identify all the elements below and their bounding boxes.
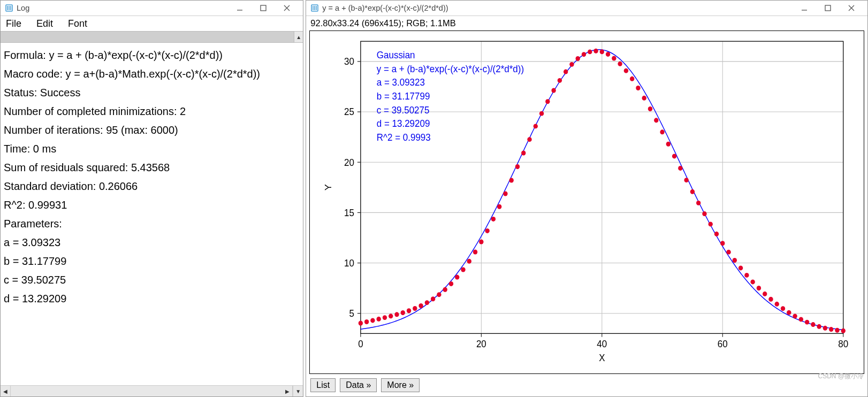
svg-point-59	[473, 249, 477, 254]
menu-file[interactable]: File	[4, 17, 24, 30]
svg-point-110	[781, 306, 785, 311]
svg-point-97	[703, 211, 707, 216]
svg-text:X: X	[599, 352, 605, 363]
log-line: b = 31.17799	[4, 252, 300, 271]
svg-text:5: 5	[349, 308, 355, 319]
svg-point-109	[775, 302, 779, 307]
svg-point-72	[552, 88, 556, 93]
list-button[interactable]: List	[310, 378, 336, 392]
close-button[interactable]	[840, 1, 863, 16]
svg-point-114	[805, 320, 809, 325]
svg-rect-1	[261, 5, 266, 11]
log-line: Time: 0 ms	[4, 140, 300, 158]
data-button[interactable]: Data »	[340, 378, 377, 392]
scrollbar-up-icon[interactable]: ▲	[294, 32, 303, 42]
svg-text:y = a + (b-a)*exp(-(x-c)*(x-c): y = a + (b-a)*exp(-(x-c)*(x-c)/(2*d*d))	[377, 63, 524, 74]
svg-point-81	[606, 52, 610, 57]
log-body[interactable]: Formula: y = a + (b-a)*exp(-(x-c)*(x-c)/…	[1, 43, 303, 385]
svg-point-54	[443, 287, 447, 292]
svg-point-45	[389, 314, 393, 318]
plot-title: y = a + (b-a)*exp(-(x-c)*(x-c)/(2*d*d))	[322, 4, 448, 12]
app-icon	[310, 4, 319, 12]
log-line: R^2: 0.99931	[4, 196, 300, 215]
svg-point-69	[534, 124, 538, 128]
svg-point-101	[727, 250, 731, 255]
svg-text:0: 0	[358, 338, 363, 349]
svg-point-77	[582, 52, 586, 57]
log-title: Log	[17, 4, 29, 12]
svg-point-107	[763, 292, 767, 296]
svg-point-112	[793, 314, 797, 318]
svg-point-60	[479, 239, 483, 244]
svg-point-41	[364, 319, 369, 324]
log-line: Status: Success	[4, 83, 300, 102]
svg-point-74	[564, 70, 568, 74]
svg-text:Y: Y	[323, 184, 333, 190]
svg-point-93	[678, 166, 682, 171]
close-button[interactable]	[275, 1, 299, 16]
log-menubar: File Edit Font	[1, 16, 303, 31]
minimize-button[interactable]	[793, 1, 816, 16]
plot-titlebar[interactable]: y = a + (b-a)*exp(-(x-c)*(x-c)/(2*d*d))	[306, 1, 867, 16]
svg-point-89	[654, 118, 658, 123]
svg-point-43	[377, 317, 381, 322]
log-line: Number of iterations: 95 (max: 6000)	[4, 121, 300, 140]
svg-point-87	[642, 96, 646, 101]
scrollbar-down-icon[interactable]: ▼	[293, 386, 303, 396]
svg-text:30: 30	[344, 56, 354, 67]
svg-point-96	[696, 201, 701, 205]
svg-point-47	[401, 310, 405, 315]
svg-point-103	[738, 265, 743, 270]
svg-point-78	[588, 49, 592, 54]
svg-point-102	[733, 258, 737, 263]
svg-rect-3	[825, 5, 831, 11]
svg-point-98	[709, 222, 713, 226]
log-titlebar[interactable]: Log	[1, 1, 303, 16]
svg-point-56	[455, 275, 459, 280]
image-status-line: 92.80x33.24 (696x415); RGB; 1.1MB	[306, 16, 867, 30]
svg-point-50	[419, 303, 423, 308]
svg-point-116	[817, 324, 821, 329]
log-line: Sum of residuals squared: 5.43568	[4, 158, 300, 177]
svg-point-71	[545, 99, 550, 104]
svg-text:b = 31.17799: b = 31.17799	[377, 90, 430, 102]
minimize-button[interactable]	[228, 1, 252, 16]
log-selection-bar: ▲	[1, 31, 303, 43]
watermark: CSDN @微小冷	[818, 372, 864, 381]
svg-point-49	[413, 306, 417, 311]
log-line: c = 39.50275	[4, 271, 300, 289]
svg-point-86	[636, 86, 641, 90]
svg-point-66	[515, 164, 520, 169]
svg-point-61	[485, 228, 490, 233]
scroll-left-icon[interactable]: ◀	[1, 386, 11, 396]
svg-point-79	[594, 49, 598, 54]
svg-point-120	[841, 329, 846, 333]
plot-window: y = a + (b-a)*exp(-(x-c)*(x-c)/(2*d*d)) …	[306, 0, 868, 397]
svg-point-73	[558, 78, 562, 83]
scroll-right-icon[interactable]: ▶	[283, 386, 293, 396]
svg-point-91	[666, 142, 671, 147]
svg-point-104	[744, 273, 749, 278]
log-line: Number of completed minimizations: 2	[4, 102, 300, 121]
maximize-button[interactable]	[816, 1, 840, 16]
svg-point-117	[823, 326, 827, 331]
svg-point-118	[829, 327, 833, 332]
menu-edit[interactable]: Edit	[34, 17, 55, 30]
svg-point-64	[504, 191, 508, 196]
svg-point-42	[371, 318, 375, 323]
log-line: Macro code: y = a+(b-a)*Math.exp(-(x-c)*…	[4, 65, 300, 83]
plot-canvas[interactable]: 02040608051015202530XYGaussiany = a + (b…	[309, 30, 864, 374]
plot-button-bar: List Data » More »	[306, 374, 867, 396]
svg-point-44	[383, 315, 387, 320]
menu-font[interactable]: Font	[66, 17, 89, 30]
more-button[interactable]: More »	[381, 378, 420, 392]
svg-point-48	[407, 308, 411, 313]
svg-point-99	[714, 232, 719, 236]
svg-point-70	[539, 111, 544, 116]
horizontal-scrollbar[interactable]: ◀ ▶ ▼	[1, 385, 303, 396]
svg-point-106	[757, 286, 761, 291]
svg-point-75	[570, 62, 574, 67]
maximize-button[interactable]	[252, 1, 275, 16]
svg-text:15: 15	[344, 207, 354, 218]
svg-text:c = 39.50275: c = 39.50275	[377, 104, 430, 116]
